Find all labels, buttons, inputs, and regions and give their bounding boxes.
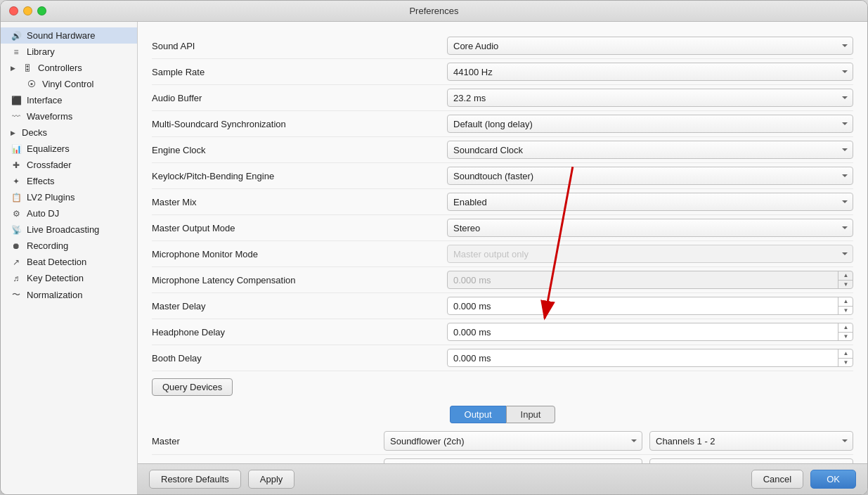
sidebar-label-controllers: Controllers xyxy=(38,63,82,73)
sidebar-item-sound-hardware[interactable]: 🔊 Sound Hardware xyxy=(1,27,137,44)
sidebar-label-crossfader: Crossfader xyxy=(27,160,72,170)
mic-monitor-mode-label: Microphone Monitor Mode xyxy=(152,249,447,259)
sidebar-label-decks: Decks xyxy=(22,127,47,138)
master-channel-select[interactable]: Channels 1 - 2 xyxy=(649,431,853,451)
sidebar-item-equalizers[interactable]: 📊 Equalizers xyxy=(1,141,137,157)
booth-delay-up-arrow[interactable]: ▲ xyxy=(838,349,853,359)
master-delay-up-arrow[interactable]: ▲ xyxy=(838,297,853,307)
headphones-channel-select[interactable] xyxy=(649,458,853,463)
decks-arrow-icon: ▶ xyxy=(11,129,15,136)
master-channel-select-wrapper: Channels 1 - 2 xyxy=(649,431,853,451)
sidebar-item-interface[interactable]: ⬛ Interface xyxy=(1,92,137,108)
engine-clock-label: Engine Clock xyxy=(152,145,447,155)
booth-delay-row: Booth Delay ▲ ▼ xyxy=(152,345,853,371)
beat-detection-icon: ↗ xyxy=(11,257,22,267)
sidebar-item-key-detection[interactable]: ♬ Key Detection xyxy=(1,270,137,286)
maximize-button[interactable] xyxy=(37,6,46,15)
sidebar-label-normalization: Normalization xyxy=(27,290,82,300)
headphone-delay-spinbox-arrows: ▲ ▼ xyxy=(838,323,853,341)
key-detection-icon: ♬ xyxy=(11,274,22,283)
keylock-select[interactable]: Soundtouch (faster) xyxy=(447,167,853,185)
sidebar-label-effects: Effects xyxy=(27,176,55,186)
sidebar-item-live-broadcasting[interactable]: 📡 Live Broadcasting xyxy=(1,221,137,238)
sidebar-item-beat-detection[interactable]: ↗ Beat Detection xyxy=(1,254,137,270)
audio-buffer-label: Audio Buffer xyxy=(152,93,447,103)
booth-delay-label: Booth Delay xyxy=(152,353,447,364)
lv2-plugins-icon: 📋 xyxy=(11,193,22,202)
normalization-icon: 〜 xyxy=(11,289,22,301)
headphone-delay-spinbox[interactable] xyxy=(447,323,853,341)
input-tab[interactable]: Input xyxy=(506,406,556,423)
minimize-button[interactable] xyxy=(23,6,32,15)
mic-monitor-mode-select: Master output only xyxy=(447,245,853,263)
sidebar-item-recording[interactable]: ⏺ Recording xyxy=(1,238,137,254)
audio-buffer-select[interactable]: 23.2 ms xyxy=(447,89,853,107)
sidebar-item-decks[interactable]: ▶ Decks xyxy=(1,124,137,141)
mic-latency-down-arrow: ▼ xyxy=(838,281,853,290)
sidebar-item-library[interactable]: ≡ Library xyxy=(1,44,137,60)
headphones-device-select[interactable]: None xyxy=(384,458,642,463)
library-icon: ≡ xyxy=(11,47,22,57)
cancel-button[interactable]: Cancel xyxy=(751,470,803,489)
live-broadcasting-icon: 📡 xyxy=(11,225,22,235)
master-delay-spinbox-wrapper: ▲ ▼ xyxy=(447,297,853,315)
sidebar-item-waveforms[interactable]: 〰 Waveforms xyxy=(1,108,137,124)
sidebar-item-controllers[interactable]: ▶ 🎛 Controllers xyxy=(1,60,137,76)
master-delay-label: Master Delay xyxy=(152,301,447,311)
headphones-device-row: Headphones None xyxy=(152,455,853,463)
headphone-delay-spinbox-wrapper: ▲ ▼ xyxy=(447,323,853,341)
audio-buffer-select-wrapper: 23.2 ms xyxy=(447,89,853,107)
master-output-mode-select[interactable]: Stereo xyxy=(447,219,853,237)
sidebar-label-waveforms: Waveforms xyxy=(27,111,72,122)
settings-area: Sound API Core Audio Sample Rate xyxy=(138,22,867,463)
master-delay-down-arrow[interactable]: ▼ xyxy=(838,307,853,316)
sidebar-item-lv2-plugins[interactable]: 📋 LV2 Plugins xyxy=(1,189,137,205)
master-mix-select-wrapper: Enabled xyxy=(447,193,853,211)
master-mix-select[interactable]: Enabled xyxy=(447,193,853,211)
sidebar-label-lv2-plugins: LV2 Plugins xyxy=(27,192,75,202)
master-delay-spinbox[interactable] xyxy=(447,297,853,315)
recording-icon: ⏺ xyxy=(11,241,22,251)
restore-defaults-button[interactable]: Restore Defaults xyxy=(149,470,241,489)
sound-api-select[interactable]: Core Audio xyxy=(447,37,853,55)
headphone-delay-down-arrow[interactable]: ▼ xyxy=(838,333,853,342)
sample-rate-select[interactable]: 44100 Hz xyxy=(447,63,853,81)
sidebar: 🔊 Sound Hardware ≡ Library ▶ 🎛 Controlle… xyxy=(1,22,138,494)
engine-clock-select[interactable]: Soundcard Clock xyxy=(447,141,853,159)
sidebar-label-library: Library xyxy=(27,46,55,57)
master-device-select[interactable]: Soundflower (2ch) xyxy=(384,431,642,451)
output-tab[interactable]: Output xyxy=(450,406,506,423)
booth-delay-spinbox[interactable] xyxy=(447,349,853,367)
sidebar-label-interface: Interface xyxy=(27,95,63,105)
sidebar-label-equalizers: Equalizers xyxy=(27,143,70,154)
mic-monitor-mode-select-wrapper: Master output only xyxy=(447,245,853,263)
controllers-icon: 🎛 xyxy=(22,63,33,73)
sidebar-item-effects[interactable]: ✦ Effects xyxy=(1,173,137,189)
booth-delay-down-arrow[interactable]: ▼ xyxy=(838,359,853,368)
audio-buffer-row: Audio Buffer 23.2 ms xyxy=(152,85,853,111)
sidebar-item-vinyl-control[interactable]: ⦿ Vinyl Control xyxy=(1,76,137,92)
headphones-device-select-wrapper: None xyxy=(384,458,642,463)
mic-latency-spinbox-wrapper: ▲ ▼ xyxy=(447,271,853,289)
query-devices-button[interactable]: Query Devices xyxy=(152,378,233,396)
sidebar-item-crossfader[interactable]: ✚ Crossfader xyxy=(1,157,137,173)
sample-rate-select-wrapper: 44100 Hz xyxy=(447,63,853,81)
sound-api-row: Sound API Core Audio xyxy=(152,33,853,59)
headphone-delay-label: Headphone Delay xyxy=(152,327,447,338)
equalizers-icon: 📊 xyxy=(11,144,22,154)
apply-button[interactable]: Apply xyxy=(248,470,295,489)
ok-button[interactable]: OK xyxy=(810,470,856,489)
close-button[interactable] xyxy=(9,6,18,15)
bottom-bar: Restore Defaults Apply Cancel OK xyxy=(138,463,867,494)
booth-delay-spinbox-arrows: ▲ ▼ xyxy=(838,349,853,367)
sidebar-item-normalization[interactable]: 〜 Normalization xyxy=(1,286,137,304)
sound-hardware-icon: 🔊 xyxy=(11,31,22,41)
multi-soundcard-select[interactable]: Default (long delay) xyxy=(447,115,853,133)
mic-latency-up-arrow: ▲ xyxy=(838,271,853,281)
sidebar-item-auto-dj[interactable]: ⚙ Auto DJ xyxy=(1,205,137,221)
mic-monitor-mode-row: Microphone Monitor Mode Master output on… xyxy=(152,241,853,267)
sample-rate-label: Sample Rate xyxy=(152,67,447,77)
titlebar: Preferences xyxy=(1,1,867,22)
main-panel: Sound API Core Audio Sample Rate xyxy=(138,22,867,494)
headphone-delay-up-arrow[interactable]: ▲ xyxy=(838,323,853,333)
